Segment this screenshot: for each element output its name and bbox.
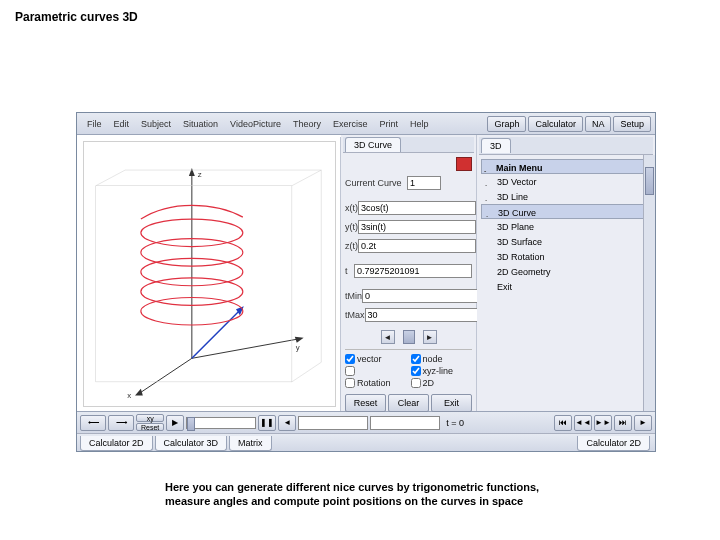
menu-3d-surface[interactable]: 3D Surface <box>481 234 651 249</box>
nav-first-button[interactable]: ⏮ <box>554 415 572 431</box>
menu-help[interactable]: Help <box>404 116 435 132</box>
parameters-panel: 3D Curve Current Curve x(t) y(t) z(t) t … <box>341 135 477 411</box>
slider-left-button[interactable]: ◄ <box>381 330 395 344</box>
tmin-field[interactable] <box>362 289 480 303</box>
tab-3d[interactable]: 3D <box>481 138 511 153</box>
menu-3d-rotation[interactable]: 3D Rotation <box>481 249 651 264</box>
bottom-tab-bar: Calculator 2D Calculator 3D Matrix Calcu… <box>77 433 655 451</box>
exit-button[interactable]: Exit <box>431 394 472 412</box>
yt-field[interactable] <box>358 220 476 234</box>
toolbar-reset-button[interactable]: Reset <box>136 423 164 431</box>
stop-icon[interactable] <box>456 157 472 171</box>
setup-button[interactable]: Setup <box>613 116 651 132</box>
tab-calculator-2d-right[interactable]: Calculator 2D <box>577 436 650 451</box>
slider-right-button[interactable]: ► <box>423 330 437 344</box>
toolbar-field-1[interactable] <box>298 416 368 430</box>
rotation-checkbox[interactable]: Rotation <box>345 378 407 388</box>
zt-field[interactable] <box>358 239 476 253</box>
x-axis <box>139 358 192 393</box>
3d-viewport[interactable]: z y x <box>79 137 341 411</box>
t-slider[interactable] <box>403 330 415 344</box>
svg-marker-0 <box>189 168 195 176</box>
svg-line-9 <box>96 170 125 186</box>
xt-field[interactable] <box>358 201 476 215</box>
tmax-field[interactable] <box>365 308 483 322</box>
menu-edit[interactable]: Edit <box>108 116 136 132</box>
menu-theory[interactable]: Theory <box>287 116 327 132</box>
content-area: z y x <box>77 135 655 411</box>
nav-prev-button[interactable]: ◄◄ <box>574 415 592 431</box>
svg-marker-1 <box>295 337 304 343</box>
na-button[interactable]: NA <box>585 116 612 132</box>
vector-checkbox[interactable]: vector <box>345 354 407 364</box>
xyzline-checkbox[interactable]: xyz-line <box>411 366 473 376</box>
calculator-button[interactable]: Calculator <box>528 116 583 132</box>
graph-button[interactable]: Graph <box>487 116 526 132</box>
menu-exercise[interactable]: Exercise <box>327 116 374 132</box>
svg-marker-2 <box>135 389 143 396</box>
menu-exit[interactable]: Exit <box>481 279 651 294</box>
menu-subject[interactable]: Subject <box>135 116 177 132</box>
t-equals-label: t = 0 <box>442 418 468 428</box>
current-curve-label: Current Curve <box>345 178 407 188</box>
x-axis-label: x <box>127 391 131 400</box>
svg-line-10 <box>292 170 321 186</box>
menu-print[interactable]: Print <box>374 116 405 132</box>
app-window: File Edit Subject Situation VideoPicture… <box>76 112 656 452</box>
step-back-button[interactable]: ◄ <box>278 415 296 431</box>
tmin-label: tMin <box>345 291 362 301</box>
menu-videopicture[interactable]: VideoPicture <box>224 116 287 132</box>
menu-file[interactable]: File <box>81 116 108 132</box>
page-title: Parametric curves 3D <box>0 0 720 34</box>
nav-extra-button[interactable]: ► <box>634 415 652 431</box>
t-label: t <box>345 266 354 276</box>
tab-3d-curve[interactable]: 3D Curve <box>345 137 401 152</box>
menu-3d-vector[interactable]: -3D Vector <box>481 174 651 189</box>
2d-checkbox[interactable]: 2D <box>411 378 473 388</box>
menu-main[interactable]: -Main Menu <box>481 159 651 174</box>
node-checkbox[interactable]: node <box>411 354 473 364</box>
menu-3d-curve[interactable]: -3D Curve <box>481 204 651 219</box>
vertical-scrollbar[interactable] <box>643 155 655 411</box>
menu-2d-geometry[interactable]: 2D Geometry <box>481 264 651 279</box>
nav-last-button[interactable]: ⏭ <box>614 415 632 431</box>
pause-button[interactable]: ❚❚ <box>258 415 276 431</box>
reset-button[interactable]: Reset <box>345 394 386 412</box>
menu-situation[interactable]: Situation <box>177 116 224 132</box>
nav-next-button[interactable]: ►► <box>594 415 612 431</box>
clear-button[interactable]: Clear <box>388 394 429 412</box>
tmax-label: tMax <box>345 310 365 320</box>
t-field[interactable] <box>354 264 472 278</box>
z-axis-label: z <box>198 170 202 179</box>
arrow-left-button[interactable]: ⟵ <box>80 415 106 431</box>
caption-text: Here you can generate different nice cur… <box>165 480 585 509</box>
arrow-right-button[interactable]: ⟶ <box>108 415 134 431</box>
current-curve-field[interactable] <box>407 176 441 190</box>
blank-checkbox[interactable] <box>345 366 407 376</box>
bounding-box <box>96 186 292 382</box>
menu-3d-line[interactable]: -3D Line <box>481 189 651 204</box>
menu-panel: 3D -Main Menu -3D Vector -3D Line -3D Cu… <box>477 135 655 411</box>
tab-matrix[interactable]: Matrix <box>229 436 272 451</box>
speed-slider[interactable] <box>186 417 256 429</box>
xy-button[interactable]: xy <box>136 414 164 422</box>
play-button[interactable]: ▶ <box>166 415 184 431</box>
menu-3d-plane[interactable]: 3D Plane <box>481 219 651 234</box>
tab-calculator-3d[interactable]: Calculator 3D <box>155 436 228 451</box>
zt-label: z(t) <box>345 241 358 251</box>
y-axis-label: y <box>296 343 300 352</box>
xt-label: x(t) <box>345 203 358 213</box>
menubar: File Edit Subject Situation VideoPicture… <box>77 113 655 135</box>
toolbar-field-2[interactable] <box>370 416 440 430</box>
tab-calculator-2d[interactable]: Calculator 2D <box>80 436 153 451</box>
yt-label: y(t) <box>345 222 358 232</box>
svg-line-13 <box>292 362 321 382</box>
